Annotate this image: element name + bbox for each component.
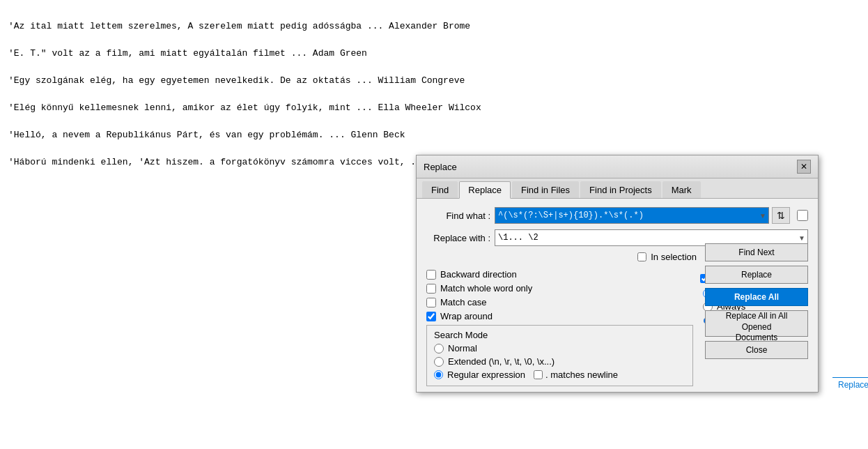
search-normal-row: Normal (434, 343, 685, 353)
find-input[interactable]: ^(\s*(?:\S+|s+){10}).*\s*(.*) (495, 207, 769, 224)
dialog-body: Find what : ^(\s*(?:\S+|s+){10}).*\s*(.*… (417, 199, 818, 392)
dot-newline-checkbox[interactable] (534, 370, 543, 379)
tab-find-in-files[interactable]: Find in Files (512, 181, 579, 198)
replace-dialog: Replace ✕ Find Replace Find in Files Fin… (416, 155, 819, 393)
find-input-container: ^(\s*(?:\S+|s+){10}).*\s*(.*) ▼ ⇅ (495, 207, 790, 224)
search-extended-radio[interactable] (434, 357, 444, 367)
replace-with-label: Replace with : (426, 233, 490, 243)
find-what-label: Find what : (426, 211, 490, 221)
search-extended-row: Extended (\n, \r, \t, \0, \x...) (434, 356, 685, 367)
backward-direction-row: Backward direction (426, 269, 693, 280)
swap-button[interactable]: ⇅ (772, 207, 790, 224)
search-regex-row: Regular expression . matches newline (434, 370, 685, 380)
close-button[interactable]: Close (705, 341, 808, 359)
wrap-around-label: Wrap around (440, 311, 493, 321)
editor-line-1: 'Az ital miatt lettem szerelmes, A szere… (8, 20, 860, 33)
dot-newline-label: . matches newline (545, 370, 618, 380)
search-extended-label: Extended (\n, \r, \t, \0, \x...) (448, 356, 555, 367)
search-normal-label: Normal (448, 343, 477, 353)
editor-line-5: 'Helló, a nevem a Republikánus Párt, és … (8, 128, 860, 142)
find-next-button[interactable]: Find Next (705, 243, 808, 261)
in-selection-label: In selection (651, 252, 697, 262)
status-text: Replace All: 6 occurrences were replaced… (838, 380, 868, 390)
editor-line-4: 'Elég könnyű kellemesnek lenni, amikor a… (8, 101, 860, 115)
status-bar: Replace All: 6 occurrences were replaced… (832, 377, 868, 392)
search-regex-label: Regular expression (447, 370, 525, 380)
replace-all-docs-button[interactable]: Replace All in All Opened Documents (705, 310, 808, 337)
editor-line-3: 'Egy szolgának elég, ha egy egyetemen ne… (8, 74, 860, 88)
search-regex-radio[interactable] (434, 370, 443, 379)
options-left: Backward direction Match whole word only… (426, 269, 700, 386)
wrap-around-row: Wrap around (426, 311, 693, 321)
wrap-around-checkbox[interactable] (426, 312, 436, 321)
backward-checkbox[interactable] (426, 270, 436, 280)
search-mode-label: Search Mode (434, 330, 685, 340)
search-normal-radio[interactable] (434, 344, 444, 353)
dot-newline-group: . matches newline (534, 370, 618, 380)
whole-word-label: Match whole word only (440, 283, 532, 294)
editor-line-2: 'E. T." volt az a film, ami miatt egyált… (8, 47, 860, 61)
close-icon[interactable]: ✕ (797, 160, 811, 174)
dialog-titlebar: Replace ✕ (417, 155, 818, 178)
search-regex-inner: Regular expression (434, 370, 525, 380)
tab-find[interactable]: Find (422, 181, 458, 198)
tab-replace[interactable]: Replace (459, 181, 511, 199)
replace-button[interactable]: Replace (705, 266, 808, 284)
tab-find-in-projects[interactable]: Find in Projects (580, 181, 661, 198)
match-case-row: Match case (426, 297, 693, 307)
search-mode-box: Search Mode Normal Extended (\n, \r, \t,… (426, 325, 693, 386)
match-case-label: Match case (440, 297, 486, 307)
replace-all-button[interactable]: Replace All (705, 288, 808, 306)
match-case-checkbox[interactable] (426, 298, 436, 307)
tab-mark[interactable]: Mark (662, 181, 701, 198)
whole-word-checkbox[interactable] (426, 284, 436, 294)
in-selection-checkbox[interactable] (637, 252, 646, 261)
backward-label: Backward direction (440, 269, 517, 280)
dialog-tabs: Find Replace Find in Files Find in Proje… (417, 178, 818, 199)
find-bookmark-checkbox[interactable] (797, 210, 808, 221)
button-column: Find Next Replace Replace All Replace Al… (705, 243, 808, 359)
dialog-title: Replace (424, 162, 457, 172)
find-what-row: Find what : ^(\s*(?:\S+|s+){10}).*\s*(.*… (426, 207, 808, 224)
find-select-wrapper: ^(\s*(?:\S+|s+){10}).*\s*(.*) ▼ (495, 207, 769, 224)
whole-word-row: Match whole word only (426, 283, 693, 294)
